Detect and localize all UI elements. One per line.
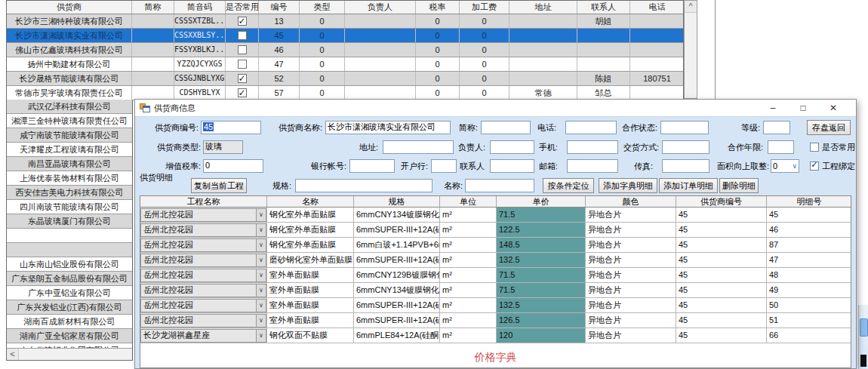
minimize-icon[interactable]: –: [758, 100, 788, 115]
grid-cell[interactable]: 45: [676, 328, 767, 343]
maximize-icon[interactable]: □: [788, 100, 818, 115]
abbr-input[interactable]: [481, 121, 531, 134]
column-header[interactable]: 电话: [630, 1, 685, 14]
table-row[interactable]: 扬州中勤建材有限公司YZZQJCYXGS47000: [7, 57, 683, 72]
chevron-down-icon[interactable]: ∨: [256, 224, 266, 236]
grid-column-header[interactable]: 单价: [497, 196, 586, 207]
common-checkbox[interactable]: [238, 88, 247, 97]
supplier-list-item[interactable]: 广东坚朗五金制品股份有限公司: [7, 272, 132, 286]
grid-cell[interactable]: 6mmCNY134镀膜钢化: [354, 283, 440, 297]
grid-cell[interactable]: 钢化室外单面贴膜: [267, 238, 354, 252]
grid-cell[interactable]: 异地合片: [586, 283, 676, 297]
supplier-list-item[interactable]: 上海优泰装饰材料有限公司: [7, 171, 132, 186]
column-header[interactable]: 是否常用: [226, 1, 259, 14]
coop-years-input[interactable]: [768, 140, 794, 154]
area-round-up-select[interactable]: 0 ∨: [771, 159, 799, 173]
project-combo-cell[interactable]: 长沙龙湖祺鑫星座∨: [140, 328, 267, 343]
grid-cell[interactable]: 45: [767, 208, 851, 222]
fax-input[interactable]: [662, 159, 709, 173]
supplier-list-item[interactable]: [7, 229, 132, 243]
project-combo-cell[interactable]: 岳州北控花园∨: [140, 298, 267, 312]
chevron-down-icon[interactable]: ∨: [256, 284, 266, 297]
table-row[interactable]: 长沙市三湘特种玻璃有限公司CSSSXTZBL...13000胡姐: [7, 14, 683, 29]
grid-row[interactable]: 长沙龙湖祺鑫星座∨钢化双面不贴膜6mmPLE84+12A(硅酮胶...m²120…: [140, 328, 851, 343]
chevron-down-icon[interactable]: ∨: [256, 330, 266, 342]
chevron-down-icon[interactable]: ∨: [256, 315, 266, 327]
table-row[interactable]: 长沙市潇湘玻璃实业有限公司CSSXXBLSY...45000: [7, 29, 683, 43]
common-checkbox[interactable]: [238, 60, 247, 69]
supplier-list-item[interactable]: 西安佳吉美电力科技有限公司: [7, 186, 132, 200]
grid-cell[interactable]: 异地合片: [586, 268, 676, 282]
grade-input[interactable]: [763, 121, 790, 134]
grid-cell[interactable]: 122.5: [497, 223, 586, 237]
grid-cell[interactable]: 126.5: [497, 313, 586, 327]
column-header[interactable]: 简称: [132, 1, 174, 14]
column-header[interactable]: 税率: [416, 1, 460, 14]
supplier-list-item[interactable]: 湖南广亚全铝家居有限公司: [7, 329, 132, 343]
supplier-list-item[interactable]: [7, 243, 132, 257]
coop-status-input[interactable]: [660, 121, 709, 134]
grid-row[interactable]: 岳州北控花园∨磨砂钢化室外单面贴膜6mmSUPER-III+12A(硅...m²…: [140, 253, 851, 268]
column-header[interactable]: 供货商: [7, 1, 132, 14]
project-combo-cell[interactable]: 岳州北控花园∨: [140, 268, 267, 282]
delete-detail-button[interactable]: 删除明细: [719, 178, 759, 193]
grid-cell[interactable]: 6mmSUPER-III+12A(硅...: [354, 253, 440, 267]
grid-cell[interactable]: 46: [767, 223, 851, 237]
column-header[interactable]: 联系人: [577, 1, 630, 14]
column-header[interactable]: 类型: [300, 1, 345, 14]
mobile-input[interactable]: [567, 140, 618, 154]
save-return-button[interactable]: 存盘返回: [807, 120, 851, 135]
grid-cell[interactable]: 45: [676, 313, 767, 327]
grid-cell[interactable]: 45: [676, 238, 767, 252]
chevron-down-icon[interactable]: ∨: [256, 300, 266, 312]
delivery-method-input[interactable]: [662, 140, 709, 154]
locate-by-condition-button[interactable]: 按条件定位: [543, 178, 594, 193]
horizontal-scrollbar[interactable]: <: [7, 348, 132, 360]
grid-cell[interactable]: 异地合片: [586, 208, 676, 222]
grid-row[interactable]: 岳州北控花园∨钢化室外单面贴膜6mmCNY134镀膜钢化m²71.5异地合片45…: [140, 208, 851, 223]
grid-cell[interactable]: 6mmCNY129B镀膜钢化: [354, 268, 440, 282]
supplier-type-input[interactable]: 玻璃: [203, 140, 243, 154]
grid-cell[interactable]: m²: [440, 298, 497, 312]
grid-column-header[interactable]: 供货商编号: [676, 196, 767, 207]
grid-cell[interactable]: m²: [440, 223, 497, 237]
project-select[interactable]: 岳州北控花园∨: [140, 223, 266, 237]
bank-account-input[interactable]: [349, 159, 395, 173]
grid-cell[interactable]: 51: [767, 313, 851, 327]
supplier-list-item[interactable]: 湖南百成新材料有限公司: [7, 315, 132, 329]
email-input[interactable]: [567, 159, 618, 173]
grid-cell[interactable]: 6mmCNY134镀膜钢化: [354, 208, 440, 222]
grid-cell[interactable]: 49: [767, 283, 851, 297]
project-select[interactable]: 岳州北控花园∨: [140, 269, 266, 282]
project-select[interactable]: 岳州北控花园∨: [140, 208, 266, 222]
vat-rate-input[interactable]: 0: [203, 159, 263, 173]
grid-cell[interactable]: 6mmPLE84+12A(硅酮胶...: [354, 328, 440, 343]
spec-filter-input[interactable]: [295, 179, 432, 192]
grid-row[interactable]: 岳州北控花园∨室外单面贴膜6mmSUPER-III+12A(硅...m²132.…: [140, 298, 851, 313]
grid-cell[interactable]: 71.5: [497, 283, 586, 297]
grid-cell[interactable]: 异地合片: [586, 238, 676, 252]
supplier-list-item[interactable]: 天津耀皮工程玻璃有限公司: [7, 143, 132, 157]
grid-column-header[interactable]: 工程名称: [140, 196, 267, 207]
grid-cell[interactable]: 异地合片: [586, 298, 676, 312]
grid-cell[interactable]: 磨砂钢化室外单面贴膜: [267, 253, 354, 267]
chevron-down-icon[interactable]: ∨: [256, 239, 266, 251]
grid-cell[interactable]: 室外单面贴膜: [267, 313, 354, 327]
project-select[interactable]: 岳州北控花园∨: [140, 238, 266, 252]
grid-column-header[interactable]: 名称: [267, 196, 354, 207]
common-checkbox[interactable]: [238, 31, 247, 40]
grid-cell[interactable]: 47: [767, 253, 851, 267]
phone-input[interactable]: [565, 121, 617, 134]
common-checkbox[interactable]: [238, 45, 247, 54]
name-filter-input[interactable]: [465, 179, 534, 192]
grid-column-header[interactable]: 单位: [440, 196, 497, 207]
grid-cell[interactable]: 6mmSUPER-III+12A(硅...: [354, 298, 440, 312]
grid-cell[interactable]: 室外单面贴膜: [267, 283, 354, 297]
grid-cell[interactable]: 45: [676, 283, 767, 297]
grid-cell[interactable]: 71.5: [497, 268, 586, 282]
vertical-scrollbar[interactable]: ^: [684, 0, 697, 99]
grid-cell[interactable]: 异地合片: [586, 313, 676, 327]
grid-cell[interactable]: 45: [676, 223, 767, 237]
supplier-list-item[interactable]: 湘潭三金特种玻璃有限责任公司: [7, 114, 132, 128]
grid-cell[interactable]: 6mmSUPER-III+12A(硅...: [354, 313, 440, 327]
